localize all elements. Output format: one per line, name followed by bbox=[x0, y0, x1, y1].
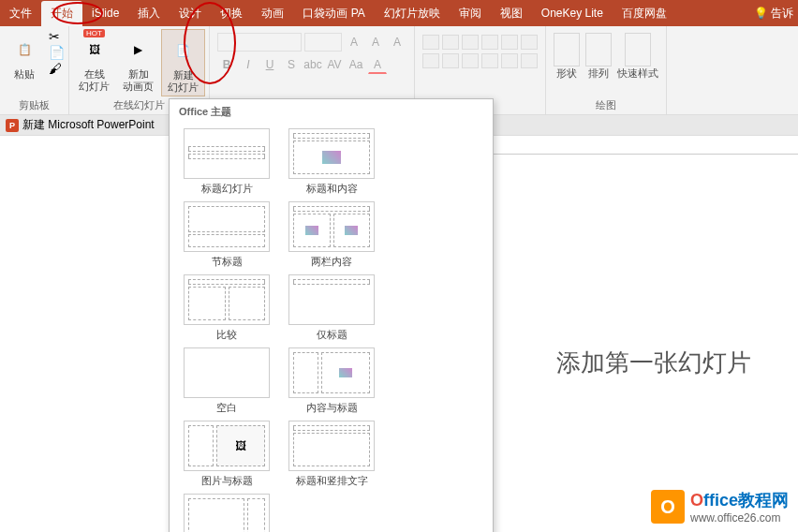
tab-design[interactable]: 设计 bbox=[170, 1, 211, 26]
dropdown-theme-header: Office 主题 bbox=[170, 99, 493, 125]
new-slide-icon: 📄 bbox=[169, 32, 199, 69]
ribbon-tabs: 文件 开始 iSlide 插入 设计 切换 动画 口袋动画 PA 幻灯片放映 审… bbox=[0, 0, 798, 26]
document-title: 新建 Microsoft PowerPoint bbox=[22, 117, 155, 133]
clear-format-icon[interactable]: A bbox=[388, 33, 406, 52]
paste-button[interactable]: 📋 粘贴 bbox=[4, 29, 45, 82]
arrange-label: 排列 bbox=[588, 66, 609, 81]
indent-less-icon[interactable] bbox=[462, 35, 479, 50]
bulb-icon: 💡 bbox=[754, 7, 768, 20]
tab-islide[interactable]: iSlide bbox=[82, 2, 128, 24]
align-left-icon[interactable] bbox=[422, 53, 439, 68]
case-button[interactable]: Aa bbox=[347, 55, 365, 74]
font-size-select[interactable] bbox=[304, 33, 342, 52]
italic-button[interactable]: I bbox=[239, 55, 258, 74]
add-animation-label: 新加 动画页 bbox=[123, 68, 154, 93]
layout-comparison[interactable]: 比较 bbox=[177, 274, 276, 342]
layout-content-caption[interactable]: 内容与标题 bbox=[282, 347, 381, 415]
quick-styles-icon[interactable] bbox=[625, 33, 651, 66]
add-animation-button[interactable]: ▶ 新加 动画页 bbox=[117, 29, 159, 96]
quick-styles-label: 快速样式 bbox=[617, 66, 658, 81]
tab-review[interactable]: 审阅 bbox=[450, 1, 491, 26]
layout-picture-caption[interactable]: 🖼图片与标题 bbox=[177, 421, 276, 488]
indent-more-icon[interactable] bbox=[481, 35, 498, 50]
layout-blank[interactable]: 空白 bbox=[177, 347, 276, 415]
columns-icon[interactable] bbox=[501, 53, 518, 68]
slide-placeholder-text[interactable]: 添加第一张幻灯片 bbox=[556, 347, 751, 379]
clipboard-label: 剪贴板 bbox=[4, 96, 65, 114]
drawing-group: 形状 排列 快速样式 绘图 bbox=[546, 26, 667, 114]
clipboard-group: 📋 粘贴 ✂ 📄 🖌 剪贴板 bbox=[0, 26, 69, 114]
line-spacing-icon[interactable] bbox=[501, 35, 518, 50]
increase-font-icon[interactable]: A bbox=[345, 33, 363, 52]
add-animation-icon: ▶ bbox=[124, 31, 154, 68]
tab-transition[interactable]: 切换 bbox=[211, 1, 252, 26]
text-direction-icon[interactable] bbox=[521, 35, 538, 50]
bold-button[interactable]: B bbox=[217, 55, 236, 74]
smartart-icon[interactable] bbox=[521, 53, 538, 68]
layout-vertical-title-text[interactable]: 竖排标题与文本 bbox=[177, 494, 276, 532]
paste-icon: 📋 bbox=[9, 31, 39, 68]
tab-insert[interactable]: 插入 bbox=[128, 1, 170, 26]
layout-title-content[interactable]: 标题和内容 bbox=[282, 128, 381, 196]
font-family-select[interactable] bbox=[217, 33, 302, 52]
justify-icon[interactable] bbox=[481, 53, 498, 68]
spacing-button[interactable]: AV bbox=[325, 55, 344, 74]
watermark-title: Office教程网 bbox=[690, 489, 789, 511]
layout-two-content[interactable]: 两栏内容 bbox=[282, 201, 381, 269]
bullets-icon[interactable] bbox=[422, 35, 439, 50]
watermark: O Office教程网 www.office26.com bbox=[651, 489, 789, 525]
tab-slideshow[interactable]: 幻灯片放映 bbox=[375, 1, 450, 26]
arrange-icon[interactable] bbox=[585, 33, 612, 66]
watermark-url: www.office26.com bbox=[690, 511, 789, 525]
align-right-icon[interactable] bbox=[462, 53, 479, 68]
hot-badge: HOT bbox=[83, 29, 105, 37]
font-color-button[interactable]: A bbox=[368, 55, 387, 74]
decrease-font-icon[interactable]: A bbox=[366, 33, 385, 52]
layout-title-only[interactable]: 仅标题 bbox=[282, 274, 381, 342]
strike-button[interactable]: abc bbox=[303, 55, 322, 74]
tab-pocket[interactable]: 口袋动画 PA bbox=[293, 1, 374, 26]
drawing-label: 绘图 bbox=[550, 96, 662, 114]
tab-view[interactable]: 视图 bbox=[491, 1, 532, 26]
powerpoint-icon: P bbox=[6, 119, 19, 132]
tab-file[interactable]: 文件 bbox=[0, 1, 41, 26]
layout-title-vertical-text[interactable]: 标题和竖排文字 bbox=[282, 421, 381, 488]
tell-me-label: 告诉 bbox=[771, 6, 793, 22]
tab-home[interactable]: 开始 bbox=[41, 1, 82, 26]
new-slide-dropdown: Office 主题 标题幻灯片 标题和内容 节标题 两栏内容 比较 仅标题 空白… bbox=[169, 98, 494, 532]
underline-button[interactable]: U bbox=[260, 55, 279, 74]
watermark-icon: O bbox=[651, 490, 685, 524]
tab-baidu[interactable]: 百度网盘 bbox=[613, 1, 676, 26]
format-painter-icon[interactable]: 🖌 bbox=[49, 61, 65, 76]
new-slide-button[interactable]: 📄 新建 幻灯片 bbox=[161, 29, 205, 96]
online-slides-button[interactable]: HOT 🖼 在线 幻灯片 bbox=[73, 29, 115, 96]
tell-me[interactable]: 💡 告诉 bbox=[754, 6, 793, 22]
copy-icon[interactable]: 📄 bbox=[49, 45, 65, 60]
numbering-icon[interactable] bbox=[442, 35, 459, 50]
tab-animation[interactable]: 动画 bbox=[252, 1, 293, 26]
layout-grid: 标题幻灯片 标题和内容 节标题 两栏内容 比较 仅标题 空白 内容与标题 🖼图片… bbox=[170, 125, 493, 532]
new-slide-label: 新建 幻灯片 bbox=[168, 69, 199, 94]
shadow-button[interactable]: S bbox=[282, 55, 301, 74]
layout-section-header[interactable]: 节标题 bbox=[177, 201, 276, 269]
cut-icon[interactable]: ✂ bbox=[49, 29, 65, 44]
paste-label: 粘贴 bbox=[14, 68, 35, 81]
align-center-icon[interactable] bbox=[442, 53, 459, 68]
horizontal-ruler bbox=[494, 138, 798, 155]
layout-title-slide[interactable]: 标题幻灯片 bbox=[177, 128, 276, 196]
shapes-label: 形状 bbox=[556, 66, 577, 81]
tab-onekey[interactable]: OneKey Lite bbox=[532, 2, 613, 24]
shapes-icon[interactable] bbox=[554, 33, 580, 66]
online-slides-label: 在线 幻灯片 bbox=[79, 68, 110, 93]
